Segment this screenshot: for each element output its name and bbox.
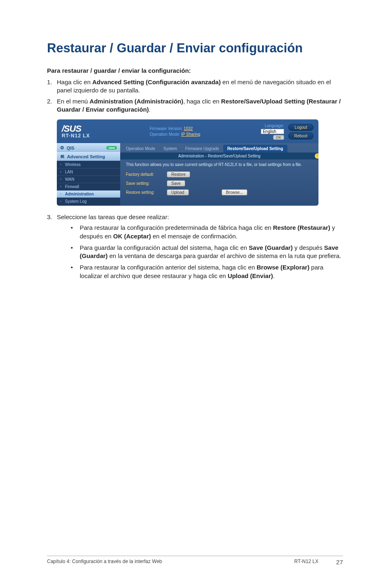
text: En el menú — [57, 98, 90, 105]
sidebar: ⚙ QIS new 🛠 Advanced Setting Wireless LA… — [57, 143, 120, 206]
footer-model: RT-N12 LX — [237, 559, 318, 566]
text: Para guardar la configuración actual del… — [80, 244, 249, 251]
sidebar-item-firewall[interactable]: Firewall — [57, 183, 120, 190]
footer-chapter: Capítulo 4: Configuración a través de la… — [47, 559, 237, 566]
sidebar-item-wan[interactable]: WAN — [57, 175, 120, 183]
step-number: 2. — [47, 97, 57, 114]
browse-button[interactable]: Browse... — [222, 189, 248, 195]
row-save-setting: Save setting: Save — [120, 180, 318, 189]
page-footer: Capítulo 4: Configuración a través de la… — [47, 556, 343, 566]
panel-description: This function allows you to save current… — [120, 159, 318, 171]
section-subhead: Para restaurar / guardar / enviar la con… — [47, 67, 343, 74]
bold-text: Advanced Setting (Configuración avanzada… — [92, 79, 221, 85]
tab-firmware-upgrade[interactable]: Firmware Upgrade — [181, 145, 223, 153]
brand-logo: /SUS — [62, 125, 125, 133]
text: Para restaurar la configuración anterior… — [80, 264, 257, 271]
sidebar-advanced-header[interactable]: 🛠 Advanced Setting — [57, 152, 120, 161]
bullet-restore: Para restaurar la configuración predeter… — [68, 224, 343, 240]
restore-button[interactable]: Restore — [167, 171, 190, 177]
step-3: 3. Seleccione las tareas que desee reali… — [47, 213, 343, 283]
sidebar-item-wireless[interactable]: Wireless — [57, 161, 120, 168]
panel-title-bar: Administration - Restore/Save/Upload Set… — [120, 153, 318, 159]
logo-block: /SUS RT-N12 LX — [62, 125, 125, 139]
save-setting-label: Save setting: — [126, 181, 163, 186]
save-button[interactable]: Save — [167, 180, 185, 186]
bold-text: Upload (Enviar) — [228, 272, 273, 279]
language-box: Language: English OK — [261, 123, 284, 140]
firmware-label: Firmware Version: — [150, 126, 183, 131]
sidebar-item-administration[interactable]: Administration — [57, 190, 120, 197]
step-number: 3. — [47, 213, 57, 283]
new-badge: new — [106, 146, 117, 150]
row-restore-setting: Restore setting: Upload Browse... — [120, 189, 318, 197]
gear-icon: ⚙ — [60, 145, 64, 150]
bold-text: Browse (Explorar) — [257, 264, 309, 271]
text: . — [149, 106, 150, 113]
bold-text: OK (Aceptar) — [113, 233, 151, 240]
help-icon[interactable]: ? — [315, 153, 318, 159]
text: Para restaurar la configuración predeter… — [80, 224, 273, 231]
tools-icon: 🛠 — [60, 154, 65, 159]
tab-operation-mode[interactable]: Operation Mode — [122, 145, 159, 153]
firmware-link[interactable]: 1032 — [184, 126, 193, 131]
text: y después — [293, 244, 324, 251]
text: Haga clic en — [57, 79, 92, 85]
opmode-link[interactable]: IP Sharing — [181, 132, 200, 137]
text: . — [273, 272, 275, 279]
sidebar-qis-label: QIS — [67, 146, 74, 150]
bullet-browse: Para restaurar la configuración anterior… — [68, 263, 343, 280]
top-info: Firmware Version: 1032 Operation Mode: I… — [125, 126, 261, 137]
tab-bar: Operation Mode System Firmware Upgrade R… — [120, 143, 318, 153]
sidebar-item-systemlog[interactable]: System Log — [57, 197, 120, 205]
sidebar-item-lan[interactable]: LAN — [57, 168, 120, 175]
bold-text: Restore (Restaurar) — [273, 224, 330, 231]
sidebar-qis-header[interactable]: ⚙ QIS new — [57, 143, 120, 152]
language-label: Language: — [264, 123, 284, 128]
panel-title-text: Administration - Restore/Save/Upload Set… — [178, 154, 260, 158]
bullet-save: Para guardar la configuración actual del… — [68, 244, 343, 260]
factory-default-label: Factory default: — [126, 172, 163, 177]
opmode-label: Operation Mode: — [150, 132, 180, 137]
text: en la ventana de descarga para guardar e… — [108, 252, 341, 259]
main-panel: Operation Mode System Firmware Upgrade R… — [120, 143, 318, 206]
reboot-button[interactable]: Reboot — [288, 132, 314, 139]
logout-button[interactable]: Logout — [288, 124, 314, 131]
text: , haga clic en — [183, 98, 221, 105]
model-label: RT-N12 LX — [62, 133, 125, 139]
footer-page-number: 27 — [318, 559, 343, 566]
tab-system[interactable]: System — [159, 145, 181, 153]
step-1: 1. Haga clic en Advanced Setting (Config… — [47, 78, 343, 95]
step-2: 2. En el menú Administration (Administra… — [47, 97, 343, 114]
sidebar-adv-label: Advanced Setting — [67, 154, 105, 159]
step-number: 1. — [47, 78, 57, 95]
ok-button[interactable]: OK — [273, 135, 284, 140]
restore-setting-label: Restore setting: — [126, 190, 163, 195]
language-select[interactable]: English — [261, 129, 284, 134]
upload-button[interactable]: Upload — [167, 189, 189, 195]
text: en el mensaje de confirmación. — [151, 233, 238, 240]
bold-text: Save (Guardar) — [249, 244, 293, 251]
page-title: Restaurar / Guardar / Enviar configuraci… — [47, 41, 343, 56]
text: Seleccione las tareas que desee realizar… — [57, 213, 169, 220]
tab-restore-save-upload[interactable]: Restore/Save/Upload Setting — [223, 145, 287, 153]
bold-text: Administration (Administración) — [90, 98, 183, 105]
row-factory-default: Factory default: Restore — [120, 171, 318, 180]
router-screenshot: /SUS RT-N12 LX Firmware Version: 1032 Op… — [57, 119, 318, 206]
screenshot-header: /SUS RT-N12 LX Firmware Version: 1032 Op… — [57, 119, 318, 143]
action-buttons: Logout Reboot — [288, 124, 314, 139]
